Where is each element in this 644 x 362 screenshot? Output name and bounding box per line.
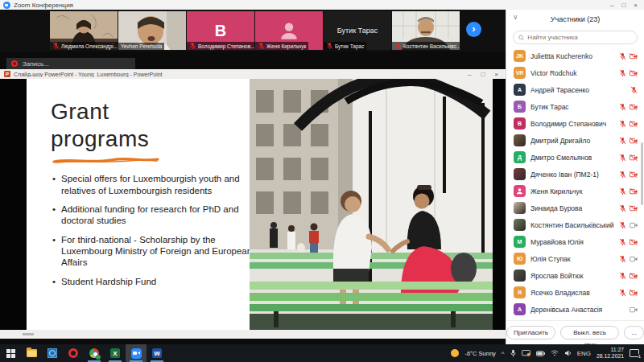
muted-mic-icon [619, 103, 626, 111]
tray-expand-chevron-icon[interactable]: ^ [502, 350, 505, 357]
ppt-minimize-button[interactable]: – [468, 71, 471, 78]
participant-photo-avatar [514, 269, 526, 282]
participant-row[interactable]: ЮЮлія Ступак [506, 250, 644, 267]
clock-date: 28.12.2021 [597, 353, 624, 359]
system-clock[interactable]: 11:27 28.12.2021 [597, 347, 624, 360]
wifi-icon[interactable] [551, 350, 559, 356]
presentation-slide: Grant programs Special offers for Luxemb… [27, 79, 493, 330]
muted-mic-icon [619, 154, 626, 162]
camera-off-icon [630, 70, 638, 76]
muted-mic-icon [619, 171, 626, 179]
search-input[interactable] [527, 34, 632, 41]
video-tile[interactable]: Бутик ТарасБутик Тарас [324, 11, 391, 50]
participant-name: Деренівська Анастасія [530, 306, 625, 314]
scrollbar-thumb[interactable] [641, 142, 643, 205]
orange-underline-decoration [52, 157, 160, 165]
participant-initials-avatar: А [514, 303, 526, 315]
participant-row[interactable]: Ярослав Войтюк [506, 267, 644, 284]
microphone-tray-icon[interactable] [510, 349, 516, 357]
video-tile[interactable]: ВВолодимир Степанов... [187, 11, 254, 50]
recording-dot-icon [11, 60, 18, 67]
camera-off-icon [630, 121, 638, 127]
participant-row[interactable]: Женя Кирильчук [506, 183, 644, 200]
notification-center-icon[interactable]: 1 [630, 349, 639, 357]
collapse-panel-chevron-icon[interactable]: ∨ [513, 13, 518, 21]
participant-row[interactable]: ММуравйова Юлія [506, 233, 644, 250]
video-tile[interactable]: Женя Кирильчук [255, 11, 323, 50]
muted-mic-icon [619, 221, 626, 229]
excel-button[interactable]: X [105, 344, 126, 362]
chrome-button[interactable] [84, 344, 105, 362]
video-tile-name-label: Людмила Олександрі... [50, 42, 118, 50]
powerpoint-icon: P [4, 71, 10, 77]
muted-mic-icon [619, 238, 626, 246]
participant-search-box[interactable] [513, 31, 638, 44]
muted-mic-icon [619, 187, 626, 195]
participant-row[interactable]: Дяченко Іван (ПМ2-1) [506, 166, 644, 183]
ppt-maximize-button[interactable]: □ [481, 71, 485, 78]
excel-icon: X [110, 348, 120, 358]
participant-row[interactable]: JKJuliettta Kucherenko [506, 47, 644, 64]
next-videos-button[interactable]: › [466, 22, 481, 37]
camera-off-icon [630, 104, 638, 110]
video-tile[interactable]: Yevhen Perehuda [118, 11, 186, 50]
participant-row[interactable]: ВВолодимир Степанович [506, 115, 644, 132]
participant-row[interactable]: VRVictor Rodchuk [506, 64, 644, 81]
settings-app-button[interactable] [42, 344, 63, 362]
slide-title: Grant programs [51, 98, 212, 152]
mute-all-button[interactable]: Выкл. весь звук [560, 326, 620, 339]
participant-row[interactable]: Дмитрий Дригайло [506, 132, 644, 149]
opera-button[interactable] [63, 344, 84, 362]
camera-off-icon [630, 239, 638, 245]
notification-count-badge: 1 [638, 354, 641, 359]
start-button[interactable] [0, 344, 21, 362]
participant-name: Костянтин Васильківський [530, 221, 614, 229]
participant-name: Женя Кирильчук [530, 187, 614, 195]
opera-icon [68, 348, 78, 358]
weather-text[interactable]: -6°C Sunny [464, 350, 495, 357]
powerpoint-statusbar [0, 330, 506, 339]
file-explorer-button[interactable] [21, 344, 42, 362]
windows-logo-icon [6, 349, 15, 358]
ppt-close-button[interactable]: × [494, 71, 498, 78]
participant-name: Victor Rodchuk [530, 69, 614, 77]
video-tile[interactable]: Костянтин Васильківс... [392, 11, 460, 50]
video-tile[interactable]: Людмила Олександрі... [50, 11, 118, 50]
minimize-button[interactable]: – [610, 2, 613, 9]
participant-row[interactable]: АДеренівська Анастасія [506, 301, 644, 318]
participant-name: Ярослав Войтюк [530, 272, 614, 280]
muted-mic-icon [619, 120, 626, 128]
slide-bullet: For third-national - Scholarship by the … [51, 234, 254, 269]
maximize-button[interactable]: □ [621, 2, 625, 9]
muted-mic-icon [326, 42, 333, 50]
muted-mic-icon [619, 255, 626, 263]
onedrive-tray-icon[interactable] [522, 350, 530, 357]
more-options-button[interactable]: ... [624, 326, 644, 339]
video-tile-name-label: Yevhen Perehuda [118, 43, 164, 50]
search-icon [518, 35, 524, 41]
participant-initials-avatar: А [514, 84, 526, 96]
zoom-icon [131, 348, 142, 359]
weather-sun-icon[interactable] [451, 349, 459, 357]
camera-off-icon [630, 53, 638, 60]
chrome-icon [89, 348, 99, 358]
camera-off-icon [630, 188, 638, 195]
speaker-icon[interactable] [564, 350, 572, 356]
zoom-taskbar-button[interactable] [126, 344, 147, 362]
participant-row[interactable]: Зинаида Бурова [506, 200, 644, 216]
participant-row[interactable]: ЯЯсечко Владислав [506, 284, 644, 301]
battery-icon[interactable] [536, 351, 545, 356]
participant-row[interactable]: ААндрей Тарасенко [506, 81, 644, 98]
participant-row[interactable]: ББутик Тарас [506, 98, 644, 115]
word-button[interactable]: W [147, 344, 167, 362]
invite-button[interactable]: Пригласить [506, 326, 555, 339]
participant-row[interactable]: ДДмитро Ємельянов [506, 149, 644, 166]
close-button[interactable]: × [634, 2, 638, 9]
camera-off-icon [630, 205, 638, 212]
participant-row[interactable]: Костянтин Васильківський [506, 216, 644, 233]
muted-mic-icon [52, 42, 60, 50]
keyboard-language-indicator[interactable]: ENG [577, 350, 591, 357]
participant-initials-avatar: Д [514, 151, 526, 163]
slide-bullet: Special offers for Luxembourgish youth a… [51, 173, 254, 196]
video-tile-name-label: Бутик Тарас [324, 42, 366, 50]
